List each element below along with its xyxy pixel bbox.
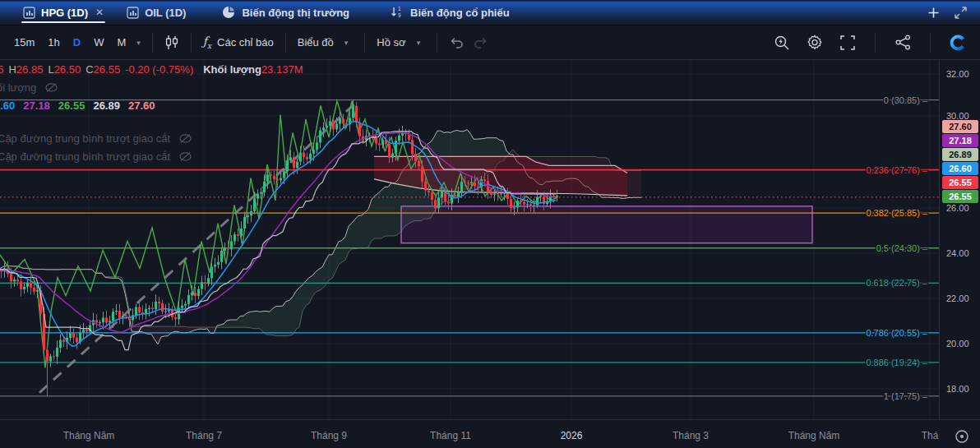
candle-style-icon[interactable] <box>159 30 184 55</box>
interval-group: 15m1hDWM <box>0 32 132 53</box>
tab-hpg[interactable]: HPG (1D) ✕ <box>15 0 112 25</box>
interval-W[interactable]: W <box>88 32 109 53</box>
separator <box>191 33 192 53</box>
market-movers-label: Biến động thị trường <box>242 7 349 19</box>
trading-app: { "tabbar": { "tabs": [ { "label": "HPG … <box>0 0 980 448</box>
time-label: Tháng 3 <box>673 430 709 441</box>
interval-1h[interactable]: 1h <box>42 32 65 53</box>
separator <box>875 33 876 53</box>
interval-M[interactable]: M <box>111 32 132 53</box>
profile-button[interactable]: Hồ sơ ▾ <box>372 32 430 53</box>
time-label: Thá <box>922 430 939 441</box>
pie-chart-icon <box>222 6 235 19</box>
time-label: Tháng 9 <box>311 430 347 441</box>
profile-label: Hồ sơ <box>377 36 405 48</box>
time-label: Tháng Năm <box>63 430 115 441</box>
chart-region[interactable]: 0 (30.85) –0.236 (27.76) –0.382 (25.85) … <box>0 60 980 448</box>
svg-text:1: 1 <box>398 6 401 12</box>
chevron-down-icon: ▾ <box>340 39 354 47</box>
price-badge: 26.55 <box>942 190 978 203</box>
fullscreen-icon[interactable] <box>835 30 860 55</box>
indicators-label: Các chỉ báo <box>217 36 274 48</box>
svg-text:9: 9 <box>398 12 401 18</box>
svg-text:0.786 (20.55) –: 0.786 (20.55) – <box>866 328 927 338</box>
chevron-down-icon[interactable]: ▾ <box>132 39 146 47</box>
price-badge: 26.55 <box>942 176 978 189</box>
stock-movers-item[interactable]: 19 Biến động cổ phiếu <box>381 0 520 25</box>
fx-icon: ƒx <box>203 35 211 50</box>
tab-bar: HPG (1D) ✕ OIL (1D) Biến động thị trường… <box>0 0 980 25</box>
price-badge: 26.60 <box>942 162 978 175</box>
svg-text:0 (30.85) –: 0 (30.85) – <box>884 95 928 105</box>
stock-movers-label: Biến động cổ phiếu <box>410 7 510 19</box>
svg-text:0.5 (24.30) –: 0.5 (24.30) – <box>876 243 928 253</box>
scroll-to-latest-icon[interactable] <box>954 428 970 445</box>
time-label: 2026 <box>561 430 583 441</box>
separator <box>285 33 286 53</box>
tab-label: HPG (1D) <box>41 7 88 19</box>
price-tick: 18.00 <box>946 384 969 394</box>
time-label: Tháng Năm <box>788 430 840 441</box>
price-badge: 27.60 <box>942 120 978 133</box>
redo-button[interactable] <box>469 30 493 55</box>
chart-tab-icon <box>127 7 139 19</box>
time-label: Tháng 7 <box>186 430 222 441</box>
price-tick: 32.00 <box>946 69 969 79</box>
time-label: Tháng 11 <box>430 430 471 441</box>
sort-numeric-icon: 19 <box>391 6 404 19</box>
settings-gear-icon[interactable] <box>802 30 827 55</box>
chart-menu-label: Biểu đồ <box>298 36 334 48</box>
share-icon[interactable] <box>890 30 915 55</box>
price-axis[interactable]: 32.0030.0026.0024.0022.0020.0018.0027.60… <box>939 60 980 419</box>
separator <box>364 33 365 53</box>
chart-tab-icon <box>23 7 35 19</box>
svg-text:1 (17.75) –: 1 (17.75) – <box>884 391 928 401</box>
svg-text:0.886 (19.24) –: 0.886 (19.24) – <box>866 358 927 367</box>
price-tick: 20.00 <box>946 339 969 349</box>
interval-D[interactable]: D <box>67 32 86 53</box>
interval-15m[interactable]: 15m <box>8 32 40 53</box>
add-tab-icon[interactable] <box>927 7 940 19</box>
undo-button[interactable] <box>444 30 469 55</box>
quick-search-icon[interactable] <box>770 30 794 55</box>
svg-text:0.236 (27.76) –: 0.236 (27.76) – <box>866 165 927 175</box>
svg-text:0.618 (22.75) –: 0.618 (22.75) – <box>866 278 927 288</box>
market-movers-item[interactable]: Biến động thị trường <box>212 0 359 25</box>
chart-toolbar: 15m1hDWM ▾ ƒx Các chỉ báo Biểu đồ ▾ Hồ s… <box>0 25 980 60</box>
price-tick: 22.00 <box>946 293 969 303</box>
price-tick: 26.00 <box>946 203 969 213</box>
close-icon[interactable]: ✕ <box>95 7 104 18</box>
time-axis[interactable]: Tháng NămTháng 7Tháng 9Tháng 112026Tháng… <box>0 419 980 448</box>
separator <box>152 33 153 53</box>
chart-menu-button[interactable]: Biểu đồ ▾ <box>293 32 358 53</box>
indicators-button[interactable]: ƒx Các chỉ báo <box>198 30 279 54</box>
active-tab-underline <box>21 21 105 23</box>
chevron-down-icon: ▾ <box>412 39 426 47</box>
expand-window-icon[interactable] <box>955 7 967 19</box>
price-pane[interactable]: 0 (30.85) –0.236 (27.76) –0.382 (25.85) … <box>0 60 939 419</box>
price-badge: 26.89 <box>942 148 978 161</box>
separator <box>930 33 931 53</box>
separator <box>437 33 437 53</box>
tab-oil[interactable]: OIL (1D) <box>118 0 194 25</box>
svg-text:0.382 (25.85) –: 0.382 (25.85) – <box>866 208 927 218</box>
tab-label: OIL (1D) <box>145 7 186 19</box>
price-badge: 27.18 <box>942 134 978 147</box>
price-tick: 24.00 <box>946 248 969 258</box>
brand-logo[interactable] <box>945 30 970 55</box>
